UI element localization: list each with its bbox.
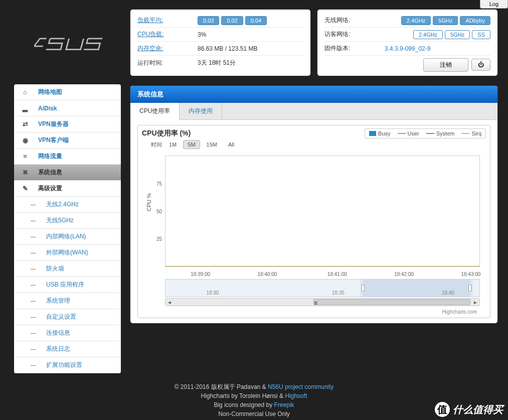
cpu-load-label[interactable]: CPU负载: (137, 30, 198, 39)
dash-icon: — (28, 250, 38, 255)
load-avg-pill-1: 0.02 (221, 16, 243, 25)
scroll-right-icon[interactable]: ► (471, 300, 479, 305)
sidebar-item-1[interactable]: ▂AiDisk (14, 100, 121, 116)
power-button[interactable]: ⏻ (471, 59, 490, 71)
dash-icon: — (28, 202, 38, 207)
legend-item-1[interactable]: User (398, 130, 419, 136)
dash-icon: — (28, 218, 38, 223)
sidebar-subitem-3[interactable]: —外部网络(WAN) (14, 245, 121, 261)
chart-plot[interactable]: CPU % 255075 18:39:0018:40:0018:41:0018:… (156, 151, 480, 276)
x-tick: 18:41:00 (327, 271, 347, 277)
home-icon: ⌂ (20, 88, 30, 96)
x-tick: 18:43:00 (461, 271, 480, 277)
sidebar-subitem-5[interactable]: —USB 应用程序 (14, 277, 121, 293)
logout-button[interactable]: 注销 (423, 58, 468, 72)
navigator-tick: 18:30 (206, 290, 219, 296)
dash-icon: — (28, 346, 38, 352)
scroll-left-icon[interactable]: ◄ (165, 300, 174, 305)
sidebar-subitem-2[interactable]: —内部网络(LAN) (14, 229, 121, 245)
main-panel: 系统信息 CPU使用率内存使用 CPU使用率 (%) BusyUserSyste… (130, 85, 498, 324)
wlan-pill-2[interactable]: ADbyby (460, 16, 490, 25)
panel-title: 系统信息 (130, 86, 497, 103)
x-tick: 18:39:00 (191, 271, 210, 277)
time-range-1M[interactable]: 1M (165, 141, 181, 149)
y-tick: 25 (156, 236, 162, 242)
scroll-thumb[interactable]: ≡ (313, 299, 470, 305)
guest-pill-2[interactable]: SS (472, 30, 490, 39)
fw-label: 固件版本: (324, 44, 385, 53)
fw-value[interactable]: 3.4.3.9-099_02-9 (385, 45, 490, 52)
dash-icon: — (28, 234, 38, 239)
footer-link-highsoft[interactable]: Highsoft (285, 392, 307, 399)
wlan-label: 无线网络: (324, 16, 385, 25)
status-box-left: 负载平均: 0.030.020.04 CPU负载: 3% 内存空余: 86.63… (130, 9, 311, 76)
tab-1[interactable]: 内存使用 (180, 103, 222, 119)
sidebar-item-4[interactable]: ≡网络流量 (14, 149, 121, 165)
sidebar-item-6[interactable]: ✎高级设置 (14, 181, 121, 197)
dash-icon: — (28, 266, 38, 271)
y-tick: 50 (156, 209, 162, 214)
time-range-All[interactable]: All (224, 141, 238, 149)
dash-icon: — (28, 282, 38, 288)
guest-pill-0[interactable]: 2.4GHz (413, 30, 443, 39)
brand-logo (34, 24, 107, 64)
sidebar-item-0[interactable]: ⌂网络地图 (14, 84, 121, 100)
legend-item-0[interactable]: Busy (369, 130, 390, 136)
tab-0[interactable]: CPU使用率 (130, 103, 180, 120)
list-icon: ≡ (20, 153, 30, 160)
load-avg-pill-0: 0.03 (198, 16, 219, 25)
wlan-pill-0[interactable]: 2.4GHz (401, 16, 431, 25)
chart-legend: BusyUserSystemSirq (365, 128, 486, 138)
page-footer: © 2011-2016 版权属于 Padavan & N56U project … (0, 373, 508, 420)
watermark: 值 什么值得买 (435, 402, 503, 417)
sidebar-subitem-4[interactable]: —防火墙 (14, 261, 121, 277)
time-range-5M[interactable]: 5M (183, 140, 200, 149)
tab-bar: CPU使用率内存使用 (130, 103, 497, 120)
sidebar-item-3[interactable]: ◉VPN客户端 (14, 132, 121, 149)
navigator-handle-right[interactable] (468, 285, 471, 292)
sidebar-subitem-10[interactable]: —扩展功能设置 (14, 357, 121, 373)
sidebar-subitem-0[interactable]: —无线2.4GHz (14, 197, 121, 213)
y-axis-label: CPU % (146, 193, 152, 211)
sidebar-subitem-1[interactable]: —无线5GHz (14, 213, 121, 229)
mem-free-label[interactable]: 内存空余: (137, 44, 198, 53)
sidebar-item-2[interactable]: ⇄VPN服务器 (14, 116, 121, 132)
load-avg-label[interactable]: 负载平均: (137, 16, 198, 25)
chart-credits[interactable]: Highcharts.com (142, 309, 486, 318)
dash-icon: — (28, 362, 38, 368)
footer-link-community[interactable]: N56U project community (268, 383, 333, 390)
chart-navigator[interactable]: 18:3018:3518:40 (165, 279, 480, 297)
sidebar-subitem-8[interactable]: —连接信息 (14, 325, 121, 341)
uptime-label: 运行时间: (137, 59, 198, 67)
uptime-value: 3天 18时 51分 (198, 59, 303, 67)
sidebar-subitem-9[interactable]: —系统日志 (14, 341, 121, 357)
guest-pill-1[interactable]: 5GHz (445, 30, 470, 39)
random-icon: ✖ (20, 169, 30, 176)
wlan-pill-1[interactable]: 5GHz (433, 16, 458, 25)
watermark-icon: 值 (435, 402, 450, 417)
footer-link-freepik[interactable]: Freepik (274, 401, 294, 408)
chart-scrollbar[interactable]: ◄ ≡ ► (165, 298, 480, 306)
legend-item-3[interactable]: Sirq (461, 130, 481, 136)
globe-icon: ◉ (20, 136, 30, 144)
cpu-load-value: 3% (198, 31, 303, 38)
time-range-15M[interactable]: 15M (203, 141, 221, 149)
sidebar-subitem-6[interactable]: —系统管理 (14, 293, 121, 309)
chart-title: CPU使用率 (%) (142, 129, 191, 138)
x-tick: 18:42:00 (394, 271, 414, 277)
sidebar-subitem-7[interactable]: —自定义设置 (14, 309, 121, 325)
chart-container: CPU使用率 (%) BusyUserSystemSirq 时间 1M5M15M… (137, 125, 490, 318)
x-tick: 18:40:00 (257, 271, 277, 277)
time-label: 时间 (151, 141, 162, 149)
sidebar-item-5[interactable]: ✖系统信息 (14, 165, 121, 181)
disk-icon: ▂ (20, 104, 30, 112)
mem-free-value: 86.63 MB / 123.51 MB (198, 45, 303, 52)
navigator-tick: 18:40 (442, 290, 454, 296)
sidebar-nav: ⌂网络地图▂AiDisk⇄VPN服务器◉VPN客户端≡网络流量✖系统信息✎高级设… (14, 84, 121, 373)
dash-icon: — (28, 314, 38, 320)
dash-icon: — (28, 330, 38, 336)
navigator-handle-left[interactable] (362, 285, 365, 292)
log-button[interactable]: Log (480, 0, 508, 9)
legend-item-2[interactable]: System (426, 130, 455, 136)
shuffle-icon: ⇄ (20, 120, 30, 128)
